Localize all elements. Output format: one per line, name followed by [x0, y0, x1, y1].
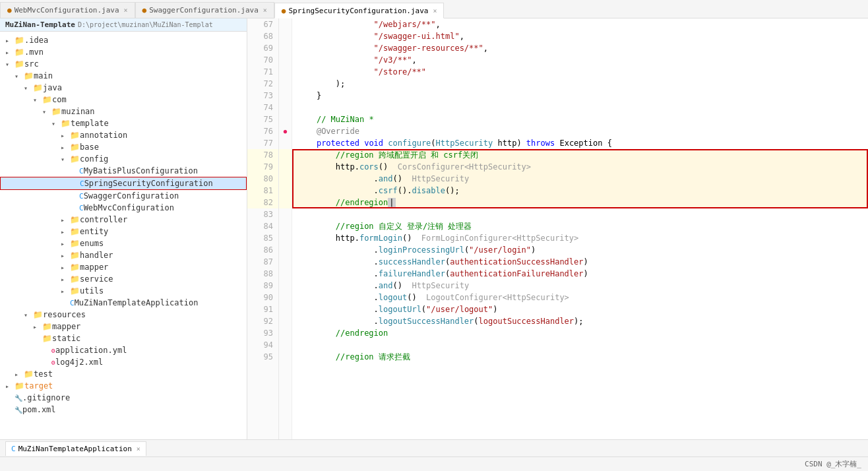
- tree-swagger-label: SwaggerConfiguration: [84, 191, 179, 201]
- ln-75: 75: [247, 113, 278, 125]
- tab-webmvc-close[interactable]: ×: [124, 7, 128, 14]
- gutter-81: [279, 185, 292, 197]
- tree-appyml[interactable]: ⚙ application.yml: [0, 344, 247, 356]
- arrow-template: ▾: [51, 120, 61, 127]
- region-box-wrapper: ➤ //region 跨域配置开启 和 csrf关闭 http.cors() C…: [292, 149, 868, 208]
- code-line-75: // MuZiNan *: [292, 113, 868, 125]
- code-line-78: //region 跨域配置开启 和 csrf关闭: [292, 149, 868, 161]
- tree-webmvc[interactable]: C WebMvcConfiguration: [0, 202, 247, 214]
- tree-java[interactable]: ▾ 📁 java: [0, 82, 247, 94]
- tab-bar: ● WebMvcConfiguration.java × ● SwaggerCo…: [0, 0, 868, 18]
- tree-mybatis[interactable]: C MyBatisPlusConfiguration: [0, 165, 247, 177]
- tree-res-mapper[interactable]: ▸ 📁 mapper: [0, 321, 247, 332]
- code-container[interactable]: 67 68 69 70 71 72 73 74 75 76 77 78 79 8…: [247, 18, 868, 439]
- tree-utils[interactable]: ▸ 📁 utils: [0, 285, 247, 297]
- tree-service[interactable]: ▸ 📁 service: [0, 273, 247, 285]
- tree-src[interactable]: ▾ 📁 src: [0, 58, 247, 70]
- tree-swagger[interactable]: C SwaggerConfiguration: [0, 190, 247, 202]
- gutter-82: [279, 197, 292, 208]
- tree-log4j2[interactable]: ⚙ log4j2.xml: [0, 356, 247, 368]
- tree-gitignore[interactable]: 🔧 .gitignore: [0, 392, 247, 404]
- tree-target[interactable]: ▸ 📁 target: [0, 380, 247, 392]
- gutter-75: [279, 113, 292, 125]
- bottom-tab-close[interactable]: ×: [137, 445, 140, 453]
- arrow-handler: ▸: [61, 252, 70, 259]
- tree-com[interactable]: ▾ 📁 com: [0, 94, 247, 106]
- tree-mapper-label: mapper: [80, 263, 108, 272]
- code-line-90: .logout() LogoutConfigurer<HttpSecurity>: [292, 292, 868, 303]
- folder-template-icon: 📁: [61, 119, 71, 128]
- code-line-95: //region 请求拦截: [292, 351, 868, 363]
- code-line-80: .and() HttpSecurity: [292, 173, 868, 185]
- code-line-92: .logoutSuccessHandler(logoutSuccessHandl…: [292, 315, 868, 327]
- gutter-69: [279, 42, 292, 54]
- tab-springsecurity[interactable]: ● SpringSecurityConfiguration.java ×: [274, 3, 445, 18]
- tree-base[interactable]: ▸ 📁 base: [0, 141, 247, 153]
- folder-static-icon: 📁: [42, 334, 52, 343]
- tree-template[interactable]: ▾ 📁 template: [0, 117, 247, 129]
- tree-config[interactable]: ▾ 📁 config: [0, 153, 247, 165]
- gutter-72: [279, 78, 292, 90]
- folder-target-icon: 📁: [15, 381, 24, 391]
- ln-70: 70: [247, 54, 278, 66]
- gutter-77: [279, 137, 292, 149]
- tree-idea[interactable]: ▸ 📁 .idea: [0, 34, 247, 46]
- folder-resources-icon: 📁: [33, 310, 43, 319]
- code-line-83: [292, 208, 868, 220]
- ln-73: 73: [247, 90, 278, 102]
- tree-main-label: main: [34, 71, 53, 80]
- folder-main-icon: 📁: [24, 71, 34, 80]
- tree-static-label: static: [52, 334, 80, 343]
- gutter-88: [279, 268, 292, 280]
- file-swagger-icon: C: [79, 192, 84, 201]
- arrow-src: ▾: [5, 61, 15, 68]
- gutter-90: [279, 292, 292, 303]
- gutter-93: [279, 327, 292, 339]
- file-tree: ▸ 📁 .idea ▸ 📁 .mvn ▾ 📁 src ▾: [0, 32, 247, 418]
- arrow-controller: ▸: [61, 216, 70, 224]
- tree-mvn[interactable]: ▸ 📁 .mvn: [0, 46, 247, 58]
- gutter-73: [279, 90, 292, 102]
- tab-swagger-close[interactable]: ×: [263, 7, 267, 14]
- tree-base-label: base: [80, 142, 99, 152]
- file-gitignore-icon: 🔧: [15, 394, 22, 402]
- folder-res-mapper-icon: 📁: [42, 322, 52, 331]
- arrow-test: ▸: [15, 371, 24, 378]
- code-content[interactable]: "/webjars/**", "/swagger-ui.html", "/swa…: [292, 18, 868, 439]
- file-mybatis-icon: C: [79, 167, 84, 175]
- tree-mapper[interactable]: ▸ 📁 mapper: [0, 261, 247, 273]
- tree-main[interactable]: ▾ 📁 main: [0, 70, 247, 82]
- tree-enums[interactable]: ▸ 📁 enums: [0, 237, 247, 249]
- tab-swagger[interactable]: ● SwaggerConfiguration.java ×: [135, 2, 274, 18]
- tree-test[interactable]: ▸ 📁 test: [0, 368, 247, 380]
- bottom-tab-app[interactable]: C MuZiNanTemplateApplication ×: [5, 441, 146, 456]
- ln-88: 88: [247, 268, 278, 280]
- file-appclass-icon: C: [70, 299, 75, 307]
- tree-muzinan[interactable]: ▾ 📁 muzinan: [0, 106, 247, 117]
- folder-handler-icon: 📁: [70, 251, 80, 260]
- tab-springsecurity-close[interactable]: ×: [433, 7, 437, 15]
- tree-annotation[interactable]: ▸ 📁 annotation: [0, 129, 247, 141]
- ln-81: 81: [247, 185, 278, 197]
- tree-entity[interactable]: ▸ 📁 entity: [0, 226, 247, 237]
- code-line-82: //endregion|: [292, 197, 868, 208]
- tree-resources[interactable]: ▾ 📁 resources: [0, 309, 247, 321]
- folder-controller-icon: 📁: [70, 215, 80, 224]
- tab-webmvc[interactable]: ● WebMvcConfiguration.java ×: [0, 2, 135, 18]
- code-line-88: .failureHandler(authenticationFailureHan…: [292, 268, 868, 280]
- gutter-84: [279, 220, 292, 232]
- tree-springsec[interactable]: C SpringSecurityConfiguration: [0, 177, 247, 190]
- tab-swagger-text: SwaggerConfiguration.java: [149, 6, 259, 15]
- arrow-muzinan: ▾: [42, 108, 51, 115]
- tree-handler[interactable]: ▸ 📁 handler: [0, 249, 247, 261]
- tree-static[interactable]: 📁 static: [0, 332, 247, 344]
- tree-resources-label: resources: [43, 310, 86, 319]
- tree-pom[interactable]: 🔧 pom.xml: [0, 404, 247, 416]
- code-line-74: [292, 102, 868, 113]
- tree-controller[interactable]: ▸ 📁 controller: [0, 214, 247, 226]
- tree-appclass[interactable]: C MuZiNanTemplateApplication: [0, 297, 247, 309]
- tree-controller-label: controller: [80, 215, 127, 224]
- code-line-91: .logoutUrl("/user/logout"): [292, 303, 868, 315]
- code-line-77: protected void configure(HttpSecurity ht…: [292, 137, 868, 149]
- ln-69: 69: [247, 42, 278, 54]
